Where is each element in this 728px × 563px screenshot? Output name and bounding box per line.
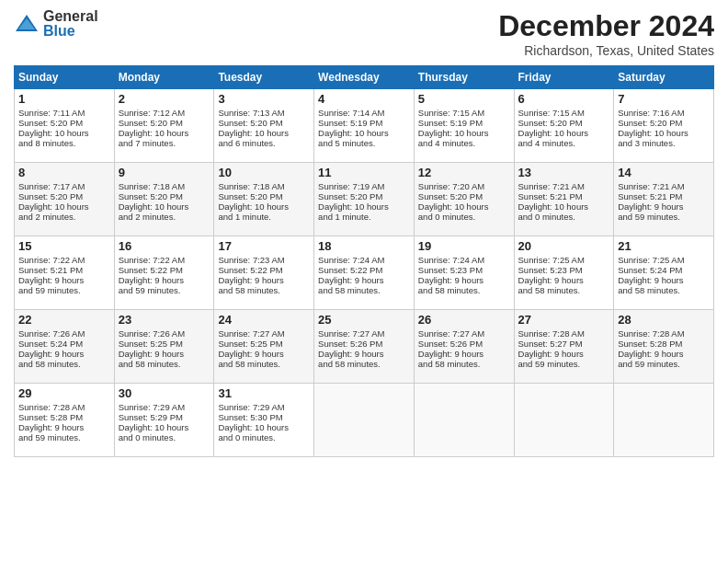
calendar-cell: 21Sunrise: 7:25 AMSunset: 5:24 PMDayligh… — [614, 236, 714, 310]
day-number: 26 — [418, 313, 510, 327]
page: General Blue December 2024 Richardson, T… — [0, 0, 728, 563]
calendar-cell: 5Sunrise: 7:15 AMSunset: 5:19 PMDaylight… — [414, 89, 514, 163]
calendar-cell: 8Sunrise: 7:17 AMSunset: 5:20 PMDaylight… — [15, 163, 115, 236]
calendar-cell: 24Sunrise: 7:27 AMSunset: 5:25 PMDayligh… — [214, 310, 314, 384]
cell-line: and 0 minutes. — [418, 212, 510, 222]
cell-line: Sunset: 5:20 PM — [618, 118, 710, 128]
cell-line: and 0 minutes. — [218, 432, 310, 442]
logo-text: General Blue — [43, 9, 98, 39]
cell-line: Daylight: 10 hours — [218, 422, 310, 432]
cell-line: Daylight: 9 hours — [218, 275, 310, 285]
logo-blue: Blue — [43, 24, 98, 39]
cell-line: Sunrise: 7:17 AM — [18, 181, 110, 191]
calendar-cell — [514, 384, 614, 457]
calendar-cell: 12Sunrise: 7:20 AMSunset: 5:20 PMDayligh… — [414, 163, 514, 236]
cell-line: and 59 minutes. — [618, 359, 710, 369]
calendar-week: 1Sunrise: 7:11 AMSunset: 5:20 PMDaylight… — [15, 89, 714, 163]
cell-line: Sunrise: 7:28 AM — [18, 402, 110, 412]
cell-line: Daylight: 9 hours — [218, 349, 310, 359]
cell-line: Daylight: 9 hours — [518, 349, 610, 359]
cell-line: and 0 minutes. — [518, 212, 610, 222]
cell-line: Sunrise: 7:15 AM — [518, 108, 610, 118]
cell-line: Daylight: 9 hours — [418, 275, 510, 285]
cell-line: Sunrise: 7:27 AM — [318, 328, 410, 339]
weekday-header: Saturday — [614, 66, 714, 89]
cell-line: and 59 minutes. — [618, 212, 710, 222]
cell-line: Daylight: 10 hours — [18, 128, 110, 138]
calendar-cell: 7Sunrise: 7:16 AMSunset: 5:20 PMDaylight… — [614, 89, 714, 163]
day-number: 6 — [518, 92, 610, 106]
calendar-cell — [314, 384, 415, 457]
day-number: 21 — [618, 239, 710, 253]
cell-line: Daylight: 10 hours — [218, 201, 310, 212]
cell-line: Daylight: 9 hours — [18, 275, 110, 285]
location: Richardson, Texas, United States — [498, 43, 714, 58]
cell-line: Sunset: 5:24 PM — [18, 339, 110, 349]
cell-line: Daylight: 9 hours — [18, 349, 110, 359]
cell-line: Sunrise: 7:25 AM — [518, 255, 610, 265]
cell-line: Sunset: 5:28 PM — [618, 339, 710, 349]
cell-line: Sunrise: 7:26 AM — [119, 328, 210, 339]
weekday-row: SundayMondayTuesdayWednesdayThursdayFrid… — [15, 66, 714, 89]
calendar-cell: 29Sunrise: 7:28 AMSunset: 5:28 PMDayligh… — [15, 384, 115, 457]
logo-general: General — [43, 9, 98, 24]
cell-line: and 58 minutes. — [418, 285, 510, 295]
cell-line: Sunrise: 7:23 AM — [218, 255, 310, 265]
day-number: 24 — [218, 313, 310, 327]
calendar-week: 22Sunrise: 7:26 AMSunset: 5:24 PMDayligh… — [15, 310, 714, 384]
day-number: 15 — [18, 239, 110, 253]
weekday-header: Tuesday — [214, 66, 314, 89]
cell-line: Sunset: 5:20 PM — [518, 118, 610, 128]
cell-line: Sunrise: 7:27 AM — [218, 328, 310, 339]
calendar-cell — [614, 384, 714, 457]
cell-line: and 5 minutes. — [318, 138, 410, 148]
calendar-cell: 15Sunrise: 7:22 AMSunset: 5:21 PMDayligh… — [15, 236, 115, 310]
cell-line: Sunset: 5:26 PM — [318, 339, 410, 349]
cell-line: Sunset: 5:19 PM — [318, 118, 410, 128]
cell-line: Sunset: 5:28 PM — [18, 412, 110, 422]
calendar-cell: 11Sunrise: 7:19 AMSunset: 5:20 PMDayligh… — [314, 163, 415, 236]
cell-line: Sunrise: 7:27 AM — [418, 328, 510, 339]
cell-line: Sunrise: 7:16 AM — [618, 108, 710, 118]
calendar-cell: 9Sunrise: 7:18 AMSunset: 5:20 PMDaylight… — [114, 163, 214, 236]
calendar-cell: 23Sunrise: 7:26 AMSunset: 5:25 PMDayligh… — [114, 310, 214, 384]
calendar-cell: 31Sunrise: 7:29 AMSunset: 5:30 PMDayligh… — [214, 384, 314, 457]
calendar-cell: 17Sunrise: 7:23 AMSunset: 5:22 PMDayligh… — [214, 236, 314, 310]
cell-line: and 58 minutes. — [218, 359, 310, 369]
cell-line: and 2 minutes. — [18, 212, 110, 222]
calendar-cell: 25Sunrise: 7:27 AMSunset: 5:26 PMDayligh… — [314, 310, 415, 384]
cell-line: Sunrise: 7:24 AM — [418, 255, 510, 265]
cell-line: and 1 minute. — [218, 212, 310, 222]
cell-line: Sunset: 5:20 PM — [218, 118, 310, 128]
cell-line: and 59 minutes. — [518, 359, 610, 369]
cell-line: and 58 minutes. — [418, 359, 510, 369]
cell-line: Sunset: 5:20 PM — [18, 191, 110, 201]
calendar-cell: 14Sunrise: 7:21 AMSunset: 5:21 PMDayligh… — [614, 163, 714, 236]
calendar-cell: 19Sunrise: 7:24 AMSunset: 5:23 PMDayligh… — [414, 236, 514, 310]
calendar-cell: 22Sunrise: 7:26 AMSunset: 5:24 PMDayligh… — [15, 310, 115, 384]
cell-line: Sunrise: 7:20 AM — [418, 181, 510, 191]
cell-line: Daylight: 9 hours — [119, 349, 210, 359]
cell-line: Daylight: 9 hours — [318, 275, 410, 285]
cell-line: Sunrise: 7:22 AM — [18, 255, 110, 265]
day-number: 23 — [119, 313, 210, 327]
day-number: 29 — [18, 386, 110, 400]
calendar: SundayMondayTuesdayWednesdayThursdayFrid… — [14, 65, 714, 457]
day-number: 4 — [318, 92, 410, 106]
day-number: 22 — [18, 313, 110, 327]
cell-line: Daylight: 9 hours — [618, 201, 710, 212]
cell-line: Daylight: 9 hours — [119, 275, 210, 285]
cell-line: Sunset: 5:20 PM — [119, 191, 210, 201]
day-number: 30 — [119, 386, 210, 400]
day-number: 17 — [218, 239, 310, 253]
cell-line: Sunset: 5:21 PM — [18, 265, 110, 275]
cell-line: Daylight: 9 hours — [318, 349, 410, 359]
calendar-week: 15Sunrise: 7:22 AMSunset: 5:21 PMDayligh… — [15, 236, 714, 310]
cell-line: Sunrise: 7:14 AM — [318, 108, 410, 118]
calendar-header: SundayMondayTuesdayWednesdayThursdayFrid… — [15, 66, 714, 89]
cell-line: Sunset: 5:20 PM — [318, 191, 410, 201]
month-title: December 2024 — [498, 9, 714, 43]
cell-line: Sunset: 5:24 PM — [618, 265, 710, 275]
day-number: 31 — [218, 386, 310, 400]
cell-line: and 7 minutes. — [119, 138, 210, 148]
